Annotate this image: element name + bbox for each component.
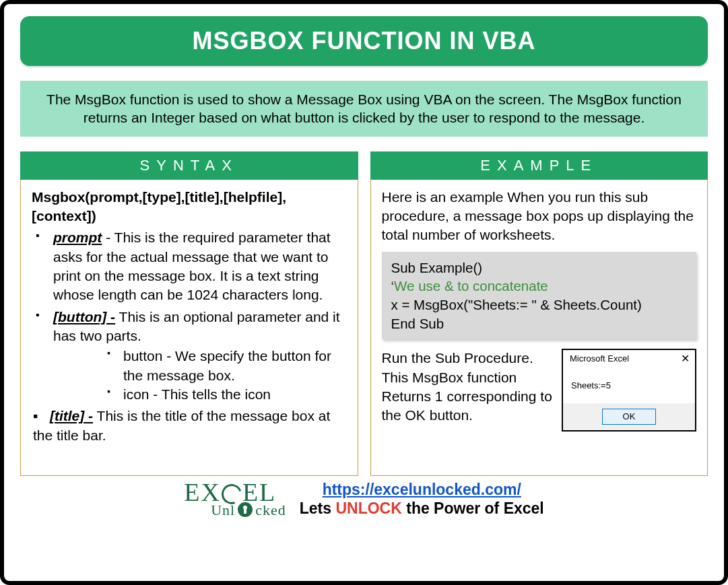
code-line-4: End Sub	[391, 314, 688, 333]
example-header: EXAMPLE	[370, 151, 708, 180]
param-button-sub-a: button - We specify the button for the m…	[107, 347, 347, 385]
footer-tagline: Lets UNLOCK the Power of Excel	[300, 500, 544, 517]
example-column: EXAMPLE Here is an example When you run …	[370, 151, 708, 476]
param-prompt-name: prompt	[53, 230, 102, 245]
tag-post: the Power of Excel	[402, 500, 544, 517]
footer-link[interactable]: https://excelunlocked.com/	[323, 481, 521, 498]
example-body: Here is an example When you run this sub…	[370, 180, 708, 476]
syntax-signature: Msgbox(prompt,[type],[title],[helpfile],…	[32, 188, 347, 226]
messagebox-titlebar: Microsoft Excel ✕	[563, 350, 695, 368]
code-line-2: ‘We use & to concatenate	[391, 277, 688, 296]
footer-text: https://excelunlocked.com/ Lets UNLOCK t…	[300, 480, 544, 519]
syntax-body: Msgbox(prompt,[type],[title],[helpfile],…	[20, 180, 358, 476]
messagebox-title-text: Microsoft Excel	[570, 353, 629, 365]
param-title-name: [title] -	[50, 408, 93, 423]
code-comment: We use & to concatenate	[394, 278, 548, 294]
logo-text-ex: EX	[184, 481, 221, 504]
syntax-column: SYNTAX Msgbox(prompt,[type],[title],[hel…	[20, 151, 358, 476]
param-prompt: prompt - This is the required parameter …	[33, 228, 347, 304]
logo-text-unl: Unl	[211, 504, 235, 517]
tag-unlock: UNLOCK	[335, 500, 401, 517]
param-button-sublist: button - We specify the button for the m…	[53, 347, 347, 404]
page-title: MSGBOX FUNCTION IN VBA	[20, 16, 708, 66]
param-button-sub-b: icon - This tells the icon	[107, 385, 347, 404]
param-title: ▪ [title] - This is the title of the mes…	[32, 407, 347, 445]
example-lower: Run the Sub Procedure. This MsgBox funct…	[382, 349, 697, 432]
code-block: Sub Example() ‘We use & to concatenate x…	[382, 252, 697, 340]
example-run-text: Run the Sub Procedure. This MsgBox funct…	[382, 349, 554, 425]
ok-button[interactable]: OK	[602, 409, 657, 425]
brand-logo: EXEL Unlcked	[184, 481, 286, 517]
intro-text: The MsgBox function is used to show a Me…	[20, 81, 708, 137]
keyhole-icon	[238, 502, 253, 517]
param-list: prompt - This is the required parameter …	[32, 228, 347, 404]
messagebox-body: Sheets:=5	[563, 368, 695, 404]
param-button-name: [button] -	[53, 309, 115, 324]
code-line-1: Sub Example()	[391, 259, 688, 277]
logo-text-cked: cked	[255, 504, 286, 517]
logo-text-el: EL	[242, 481, 276, 504]
messagebox-footer: OK	[563, 403, 695, 430]
brand-logo-top: EXEL	[184, 481, 286, 504]
messagebox-dialog: Microsoft Excel ✕ Sheets:=5 OK	[562, 349, 696, 432]
footer: EXEL Unlcked https://excelunlocked.com/ …	[20, 480, 708, 519]
close-icon[interactable]: ✕	[681, 353, 690, 364]
tag-pre: Lets	[300, 500, 336, 517]
param-button: [button] - This is an optional parameter…	[33, 308, 347, 405]
syntax-header: SYNTAX	[20, 151, 358, 180]
code-line-3: x = MsgBox("Sheets:= " & Sheets.Count)	[391, 296, 688, 314]
page-card: MSGBOX FUNCTION IN VBA The MsgBox functi…	[0, 0, 728, 585]
example-intro: Here is an example When you run this sub…	[382, 188, 697, 245]
columns: SYNTAX Msgbox(prompt,[type],[title],[hel…	[20, 151, 708, 476]
